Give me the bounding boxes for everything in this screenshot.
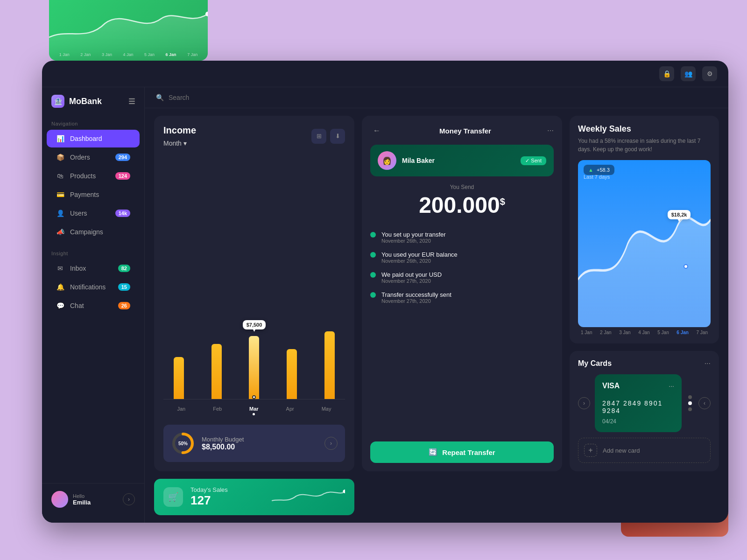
- bar-fill-jan: [174, 357, 184, 399]
- weekly-sales-chart: ▲ +58.3 Last 7 days $18,2k: [578, 160, 711, 327]
- sidebar-item-label: Notifications: [70, 283, 106, 291]
- timeline-item-1: You used your EUR balance November 26th,…: [370, 247, 554, 267]
- card-indicator-1: [688, 401, 692, 405]
- nav-section-label: Navigation: [42, 117, 144, 129]
- sales-label: Today's Sales: [190, 486, 264, 493]
- recipient-name: Mila Baker: [402, 157, 515, 164]
- bar-apr: [276, 349, 308, 399]
- chart-type-btn[interactable]: ⊞: [311, 129, 326, 144]
- budget-title: Monthly Budget: [202, 436, 318, 443]
- repeat-icon: 🔄: [429, 448, 437, 456]
- bar-fill-feb: [211, 344, 222, 399]
- sidebar-item-users[interactable]: 👤 Users 14k: [47, 204, 140, 222]
- user-hello: Hello: [73, 493, 118, 499]
- sidebar-item-campaigns[interactable]: 📣 Campaigns: [47, 223, 140, 241]
- chart-x-label: 3 Jan: [102, 52, 112, 57]
- chevron-down-icon: ▾: [183, 140, 187, 147]
- visa-card-header: VISA ···: [602, 382, 674, 390]
- recipient-avatar: 👩: [378, 151, 396, 170]
- money-transfer-card: ← Money Transfer ⋯ 👩 Mila Baker ✓ Sent Y…: [362, 116, 562, 471]
- month-selector[interactable]: Month ▾: [163, 140, 196, 147]
- download-btn[interactable]: ⬇: [330, 129, 345, 144]
- currency-symbol: $: [500, 196, 505, 207]
- sidebar-item-inbox[interactable]: ✉ Inbox 82: [47, 259, 140, 277]
- chart-x-label: 4 Jan: [123, 52, 133, 57]
- sales-icon: 🛒: [163, 487, 183, 507]
- visa-card-number: 2847 2849 8901 9284: [602, 399, 674, 414]
- sidebar-item-orders[interactable]: 📦 Orders 294: [47, 148, 140, 166]
- dashboard-grid: Income Month ▾ ⊞ ⬇: [145, 108, 728, 523]
- chart-x-label: 7 Jan: [187, 52, 197, 57]
- sales-sparkline: [272, 487, 345, 507]
- transfer-more-btn[interactable]: ⋯: [547, 127, 554, 134]
- menu-hamburger-icon[interactable]: ☰: [128, 97, 135, 106]
- bar-chart-area: $7,500: [163, 154, 345, 399]
- weekly-chart-badge: $18,2k: [668, 210, 691, 219]
- settings-icon-btn[interactable]: ⚙: [702, 66, 717, 81]
- expand-user-btn[interactable]: ›: [123, 493, 135, 505]
- visa-more-btn[interactable]: ···: [669, 382, 674, 390]
- bar-fill-mar: [249, 336, 259, 399]
- sidebar-item-chat[interactable]: 💬 Chat 26: [47, 297, 140, 315]
- products-badge: 124: [115, 172, 130, 180]
- transfer-back-btn[interactable]: ←: [370, 124, 383, 137]
- income-header: Income Month ▾ ⊞ ⬇: [163, 125, 345, 147]
- budget-detail-btn[interactable]: ›: [324, 437, 338, 450]
- sidebar-item-label: Orders: [70, 154, 90, 161]
- sidebar-item-payments[interactable]: 💳 Payments: [47, 186, 140, 203]
- search-input[interactable]: [169, 94, 717, 101]
- chart-x-label-active: 6 Jan: [166, 52, 176, 57]
- user-avatar: [51, 491, 68, 508]
- sidebar-item-label: Payments: [70, 191, 99, 198]
- card-next-btn[interactable]: ‹: [698, 397, 711, 409]
- search-icon: 🔍: [156, 94, 164, 101]
- sidebar-item-products[interactable]: 🛍 Products 124: [47, 167, 140, 185]
- search-bar: 🔍: [145, 87, 728, 108]
- cards-more-btn[interactable]: ···: [705, 359, 711, 368]
- bar-may: [314, 331, 345, 399]
- donut-chart: 50%: [171, 431, 195, 455]
- add-card-icon: +: [584, 444, 597, 457]
- budget-info: Monthly Budget $8,500.00: [202, 436, 318, 451]
- x-label-6: 7 Jan: [696, 330, 707, 335]
- repeat-label: Repeat Transfer: [442, 448, 495, 456]
- timeline-dot-3: [370, 292, 376, 298]
- sidebar-item-label: Chat: [70, 302, 84, 309]
- timeline-info-3: Transfer successfully sent November 27th…: [381, 291, 554, 304]
- people-icon-btn[interactable]: 👥: [681, 66, 696, 81]
- sales-info: Today's Sales 127: [190, 486, 264, 508]
- insight-section-label: Insight: [42, 247, 144, 259]
- lock-icon-btn[interactable]: 🔒: [659, 66, 674, 81]
- my-cards-card: My Cards ··· › VISA ··· 2847 2849 8901 9…: [570, 351, 719, 471]
- x-label-jan: Jan: [177, 406, 185, 415]
- sidebar: 🏦 MoBank ☰ Navigation 📊 Dashboard 📦 Orde…: [42, 87, 145, 523]
- weekly-x-labels: 1 Jan 2 Jan 3 Jan 4 Jan 5 Jan 6 Jan 7 Ja…: [578, 327, 711, 335]
- timeline-title-3: Transfer successfully sent: [381, 291, 554, 298]
- x-label-apr: Apr: [286, 406, 294, 415]
- timeline-item-2: We paid out your USD November 27th, 2020: [370, 267, 554, 287]
- sidebar-item-notifications[interactable]: 🔔 Notifications 15: [47, 278, 140, 296]
- chart-x-label: 2 Jan: [80, 52, 91, 57]
- chart-x-label: 5 Jan: [144, 52, 155, 57]
- repeat-transfer-btn[interactable]: 🔄 Repeat Transfer: [370, 441, 554, 463]
- add-card-btn[interactable]: + Add new card: [578, 438, 711, 463]
- payments-icon: 💳: [56, 190, 64, 199]
- orders-badge: 294: [115, 154, 130, 161]
- card-indicator-0: [688, 395, 692, 399]
- user-info: Hello Emilia: [73, 493, 118, 506]
- sidebar-item-dashboard[interactable]: 📊 Dashboard: [47, 130, 140, 147]
- timeline-item-3: Transfer successfully sent November 27th…: [370, 287, 554, 308]
- transfer-timeline: You set up your transfer November 26th, …: [370, 227, 554, 308]
- app-name: MoBank: [69, 97, 102, 106]
- income-card: Income Month ▾ ⊞ ⬇: [154, 116, 354, 471]
- last-7-days-label: Last 7 days: [584, 164, 610, 180]
- weekly-sales-title: Weekly Sales: [578, 124, 711, 134]
- bar-fill-apr: [287, 349, 297, 399]
- my-cards-title: My Cards: [578, 359, 612, 368]
- timeline-date-3: November 27th, 2020: [381, 298, 554, 304]
- timeline-title-0: You set up your transfer: [381, 231, 554, 238]
- visa-brand-label: VISA: [602, 382, 620, 390]
- card-prev-btn[interactable]: ›: [578, 397, 590, 409]
- notifications-badge: 15: [118, 283, 130, 291]
- x-label-4: 5 Jan: [657, 330, 669, 335]
